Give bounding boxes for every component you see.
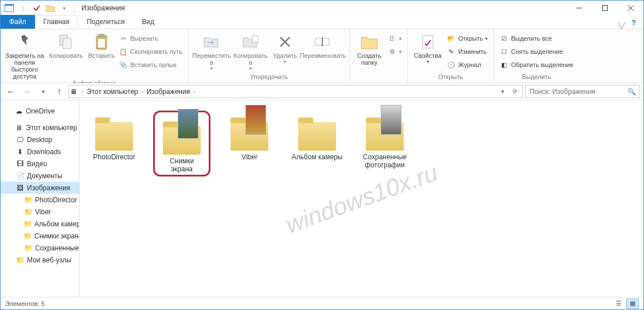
properties-qat-icon[interactable] (30, 2, 43, 14)
tree-pictures[interactable]: 🖼Изображения (1, 182, 79, 194)
window-title: Изображения (79, 4, 566, 12)
copy-path-button[interactable]: 📋Скопировать путь (116, 46, 185, 57)
refresh-button[interactable]: ⟳ (509, 88, 521, 95)
group-label-organize: Упорядочить (192, 73, 346, 83)
address-bar[interactable]: 🖥 › Этот компьютер › Изображения › ▾ ⟳ (68, 85, 523, 98)
tab-share[interactable]: Поделиться (78, 15, 133, 29)
folder-qat-icon[interactable] (44, 2, 57, 14)
ribbon-tabs: Файл Главная Поделиться Вид ╲╱ ? (1, 15, 643, 29)
breadcrumb-segment[interactable]: Этот компьютер (84, 88, 140, 96)
back-button[interactable]: ← (4, 85, 18, 99)
search-input[interactable] (529, 88, 627, 96)
ribbon-group-new: Создать папку 🗋▾ ⚙▾ (350, 29, 408, 83)
pc-icon: 🖥 (14, 123, 24, 132)
svg-rect-10 (98, 39, 105, 48)
help-icon[interactable]: ? (627, 16, 640, 29)
moveto-button[interactable]: Переместить в▾ (192, 30, 231, 71)
status-count: 5 (41, 300, 45, 307)
forward-button[interactable]: → (20, 85, 34, 99)
folder-item[interactable]: PhotoDirector (85, 111, 143, 176)
chevron-right-icon[interactable]: › (140, 89, 145, 95)
icons-view-button[interactable]: ▦ (626, 299, 639, 309)
ribbon: Закрепить на панели быстрого доступа Коп… (1, 29, 643, 83)
folder-item[interactable]: Снимки экрана (153, 111, 210, 176)
rename-button[interactable]: Переименовать (300, 30, 346, 59)
recent-dropdown[interactable]: ▾ (36, 85, 50, 99)
explorer-window: | ▾ Изображения Файл Главная Поделиться … (0, 0, 644, 310)
tree-viber[interactable]: 📁Viber (1, 206, 79, 218)
tree-documents[interactable]: 📄Документы (1, 170, 79, 182)
tree-this-pc[interactable]: 🖥Этот компьютер (1, 121, 79, 134)
invert-selection-button[interactable]: ◧Обратить выделение (497, 59, 576, 70)
select-all-button[interactable]: ☑Выделить все (497, 33, 576, 44)
items-view: PhotoDirectorСнимки экранаViberАльбом ка… (85, 111, 638, 176)
clipboard-small-buttons: ✂Вырезать 📋Скопировать путь 📎Вставить яр… (116, 30, 185, 70)
paste-shortcut-button[interactable]: 📎Вставить ярлык (116, 59, 185, 70)
app-icon[interactable] (3, 2, 15, 14)
tree-photodirector[interactable]: 📁PhotoDirector (1, 194, 79, 206)
tab-home[interactable]: Главная (35, 15, 79, 29)
properties-button[interactable]: Свойства▾ (411, 30, 444, 64)
chevron-right-icon[interactable]: › (80, 89, 84, 95)
collapse-ribbon-icon[interactable]: ╲╱ (618, 22, 625, 29)
navigation-tree[interactable]: ☁OneDrive 🖥Этот компьютер 🖵Desktop ⬇Down… (1, 100, 80, 297)
copy-button[interactable]: Копировать (45, 30, 87, 59)
documents-icon: 📄 (15, 171, 25, 180)
svg-rect-11 (252, 36, 258, 42)
new-folder-button[interactable]: Создать папку (353, 30, 385, 66)
tree-favorites[interactable]: 📁Мои веб-узлы (1, 254, 79, 266)
folder-icon (162, 115, 202, 155)
tree-album[interactable]: 📁Альбом камеры (1, 218, 79, 230)
downloads-icon: ⬇ (15, 147, 25, 156)
breadcrumb-segment[interactable]: Изображения (145, 88, 192, 96)
tab-file[interactable]: Файл (1, 15, 35, 29)
minimize-button[interactable] (566, 1, 592, 15)
tree-video[interactable]: 🎞Видео (1, 158, 79, 170)
tree-desktop[interactable]: 🖵Desktop (1, 134, 79, 146)
new-folder-icon (360, 33, 378, 51)
search-icon: 🔍 (627, 88, 636, 96)
paste-icon (92, 33, 111, 51)
window-controls (566, 1, 643, 15)
pin-quickaccess-button[interactable]: Закрепить на панели быстрого доступа (4, 30, 45, 80)
easy-access-icon: ⚙ (388, 47, 397, 56)
delete-icon (276, 33, 294, 51)
easy-access-button[interactable]: ⚙▾ (385, 46, 404, 57)
edit-icon: ✎ (447, 47, 456, 56)
edit-button[interactable]: ✎Изменить (444, 46, 490, 57)
new-item-button[interactable]: 🗋▾ (385, 33, 404, 44)
history-button[interactable]: 🕘Журнал (444, 59, 490, 70)
group-label-new (353, 73, 404, 83)
chevron-right-icon[interactable]: › (192, 89, 196, 95)
folder-icon (365, 111, 405, 151)
paste-button[interactable]: Вставить (87, 30, 116, 59)
folder-item[interactable]: Альбом камеры (288, 111, 346, 176)
tree-saved[interactable]: 📁Сохраненные (1, 242, 79, 254)
cut-button[interactable]: ✂Вырезать (116, 33, 185, 44)
delete-button[interactable]: Удалить▾ (270, 30, 300, 64)
history-dropdown[interactable]: ▾ (496, 88, 509, 95)
rename-icon (314, 33, 332, 51)
tree-screenshots[interactable]: 📁Снимки экрана (1, 230, 79, 242)
close-button[interactable] (618, 1, 643, 15)
qat-dropdown-icon[interactable]: ▾ (58, 2, 71, 14)
new-item-icon: 🗋 (388, 34, 397, 43)
content-pane[interactable]: windows10x.ru PhotoDirectorСнимки экрана… (80, 100, 643, 297)
tree-onedrive[interactable]: ☁OneDrive (1, 105, 79, 117)
open-button[interactable]: 📂Открыть▾ (444, 33, 490, 44)
search-box[interactable]: 🔍 (525, 85, 640, 98)
details-view-button[interactable]: ☰ (612, 299, 625, 309)
folder-item[interactable]: Сохраненные фотографии (356, 111, 413, 176)
qat-divider (74, 3, 75, 13)
tab-view[interactable]: Вид (133, 15, 163, 29)
maximize-button[interactable] (592, 1, 618, 15)
ribbon-group-select: ☑Выделить все ☐Снять выделение ◧Обратить… (494, 29, 579, 83)
folder-item[interactable]: Viber (221, 111, 278, 176)
folder-icon: 📁 (24, 207, 33, 217)
tree-downloads[interactable]: ⬇Downloads (1, 146, 79, 158)
copyto-button[interactable]: Копировать в▾ (231, 30, 270, 71)
select-none-button[interactable]: ☐Снять выделение (497, 46, 576, 57)
pictures-icon: 🖼 (15, 183, 25, 193)
status-count-label: Элементов: (5, 300, 40, 307)
up-button[interactable]: ↑ (52, 85, 66, 99)
